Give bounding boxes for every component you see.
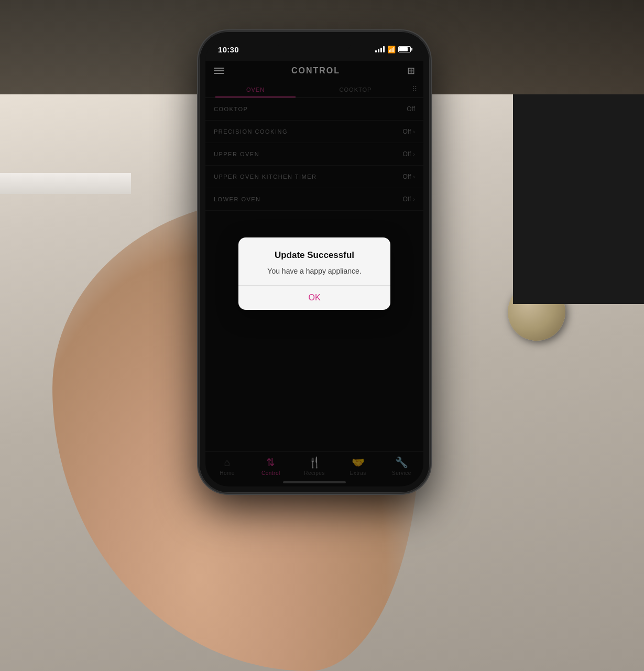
ok-button[interactable]: OK	[238, 286, 390, 310]
update-success-modal: Update Successful You have a happy appli…	[238, 237, 390, 310]
modal-message: You have a happy appliance.	[249, 266, 380, 277]
volume-down-button	[199, 165, 200, 197]
phone-frame: 10:30 📶	[199, 31, 430, 493]
power-button	[429, 115, 430, 149]
mute-button	[199, 100, 200, 118]
modal-content: Update Successful You have a happy appli…	[238, 237, 390, 285]
menu-list: COOKTOP Off PRECISION COOKING Off ›	[205, 98, 423, 451]
modal-overlay: Update Successful You have a happy appli…	[205, 98, 423, 451]
phone-screen: 10:30 📶	[205, 38, 423, 486]
volume-up-button	[199, 128, 200, 160]
dark-panel-top	[513, 94, 644, 304]
modal-title: Update Successful	[249, 250, 380, 261]
status-icons: 📶	[375, 46, 411, 53]
signal-icon	[375, 46, 385, 52]
counter-top	[0, 173, 131, 194]
app-content: CONTROL ⊞ OVEN COOKTOP ⠿ COOKTOP Off	[205, 61, 423, 486]
battery-icon	[398, 46, 411, 52]
phone-notch	[278, 38, 351, 52]
status-time: 10:30	[218, 45, 239, 54]
wifi-icon: 📶	[387, 46, 396, 53]
